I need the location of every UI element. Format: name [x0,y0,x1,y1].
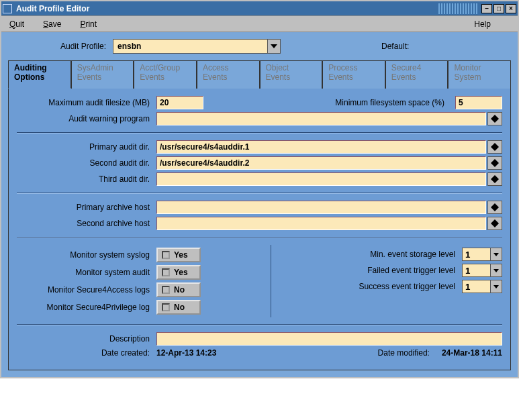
checkbox-icon [162,303,170,311]
tab-auditing-options[interactable]: AuditingOptions [8,60,71,89]
primary-dir-browse[interactable] [487,140,502,154]
tab-access-events[interactable]: AccessEvents [197,60,260,89]
third-dir-browse[interactable] [487,172,502,186]
second-host-input[interactable] [156,217,486,230]
default-label: Default: [381,42,409,51]
second-dir-input[interactable] [156,156,486,170]
mon-syslog-toggle[interactable]: Yes [156,248,201,262]
chevron-down-icon [271,44,277,48]
desc-label: Description [17,334,156,344]
audit-profile-input[interactable] [113,39,267,54]
tab-sysadmin-events[interactable]: SysAdminEvents [71,60,134,89]
minimize-button[interactable]: – [481,4,492,13]
audit-profile-dropdown-button[interactable] [267,39,281,54]
titlebar[interactable]: Audit Profile Editor – □ × [1,1,518,16]
svg-marker-1 [491,115,499,123]
svg-marker-4 [491,175,499,183]
svg-marker-6 [491,219,499,227]
primary-dir-label: Primary audit dir. [17,142,156,152]
fail-trig-input[interactable] [462,264,490,277]
second-dir-label: Second audit dir. [17,158,156,168]
app-icon [3,4,12,13]
second-host-browse[interactable] [487,217,502,230]
third-dir-input[interactable] [156,172,486,186]
diamond-icon [491,115,499,123]
fail-trig-dropdown[interactable] [490,264,502,277]
separator [17,132,502,134]
min-event-label: Min. event storage level [279,250,462,259]
menu-save[interactable]: Save [43,19,61,29]
checkbox-icon [162,251,170,259]
titlebar-grip [437,3,477,14]
chevron-down-icon [493,253,499,256]
menu-help[interactable]: Help [474,19,491,29]
tab-acctgroup-events[interactable]: Acct/GroupEvents [134,60,197,89]
svg-marker-9 [493,285,499,288]
succ-trig-spin[interactable] [462,280,502,293]
separator [17,237,502,238]
menubar: Quit Save Print Help [1,16,518,32]
tab-process-events[interactable]: ProcessEvents [322,60,385,89]
desc-input[interactable] [156,332,502,346]
date-modified-value: 24-Mar-18 14:11 [442,348,502,358]
succ-trig-label: Success event trigger level [279,282,462,291]
fail-trig-label: Failed event trigger level [279,266,462,275]
profile-row: Audit Profile: Default: [8,38,511,60]
primary-dir-input[interactable] [156,140,486,154]
second-dir-browse[interactable] [487,156,502,170]
audit-profile-combo[interactable] [113,39,281,54]
third-dir-label: Third audit dir. [17,174,156,184]
mon-s4access-toggle[interactable]: No [156,282,201,297]
menu-quit[interactable]: Quit [9,19,24,29]
warning-prog-input[interactable] [156,112,486,125]
max-filesize-input[interactable] [156,96,203,109]
second-host-label: Second archive host [17,219,156,228]
checkbox-icon [162,268,170,276]
diamond-icon [491,219,499,227]
primary-host-label: Primary archive host [17,203,156,212]
chevron-down-icon [493,285,499,288]
mon-s4priv-label: Monitor Secure4Privilege log [17,303,156,312]
diamond-icon [491,159,499,167]
mon-syslog-label: Monitor system syslog [17,250,156,260]
mon-audit-label: Monitor system audit [17,268,156,277]
min-space-label: Minimum filesystem space (%) [203,98,451,107]
fail-trig-spin[interactable] [462,264,502,277]
close-button[interactable]: × [506,4,516,13]
min-event-dropdown[interactable] [490,248,502,261]
primary-host-input[interactable] [156,201,486,214]
maximize-button[interactable]: □ [493,4,504,13]
diamond-icon [491,203,499,211]
diamond-icon [491,175,499,183]
window: Audit Profile Editor – □ × Quit Save Pri… [0,0,519,378]
separator [17,324,502,325]
min-event-input[interactable] [462,248,490,261]
mon-s4access-label: Monitor Secure4Access logs [17,285,156,295]
warning-prog-browse[interactable] [487,112,502,125]
audit-profile-label: Audit Profile: [19,42,113,51]
mon-s4priv-toggle[interactable]: No [156,300,201,315]
primary-host-browse[interactable] [487,201,502,214]
mon-audit-toggle[interactable]: Yes [156,265,201,280]
monitor-grid: Monitor system syslog Yes Monitor system… [17,245,502,317]
svg-marker-0 [271,44,277,48]
succ-trig-dropdown[interactable] [490,280,502,293]
max-filesize-label: Maximum audit filesize (MB) [17,98,156,107]
client-area: Audit Profile: Default: AuditingOptions … [1,32,518,377]
succ-trig-input[interactable] [462,280,490,293]
separator [17,193,502,194]
tab-object-events[interactable]: ObjectEvents [260,60,323,89]
svg-marker-8 [493,269,499,272]
warning-prog-label: Audit warning program [17,114,156,123]
auditing-options-panel: Maximum audit filesize (MB) Minimum file… [8,88,511,370]
svg-marker-5 [491,203,499,211]
tab-monitor-system[interactable]: MonitorSystem [448,60,511,89]
window-title: Audit Profile Editor [16,4,437,13]
svg-marker-7 [493,253,499,256]
menu-print[interactable]: Print [80,19,97,29]
diamond-icon [491,143,499,151]
min-space-input[interactable] [455,96,502,109]
min-event-spin[interactable] [462,248,502,261]
svg-marker-2 [491,143,499,151]
tab-secure4-events[interactable]: Secure4Events [385,60,449,89]
